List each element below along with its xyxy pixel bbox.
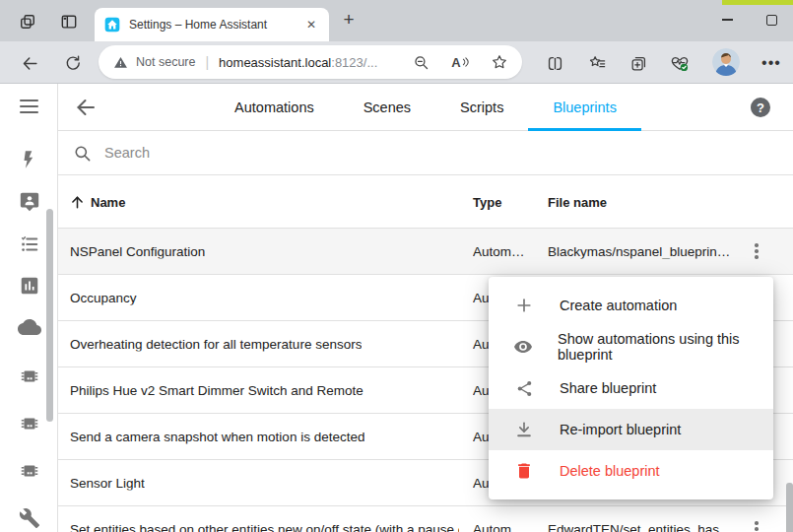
menu-item-create-automation[interactable]: Create automation — [489, 285, 773, 326]
new-tab-button[interactable]: + — [336, 7, 362, 33]
blueprint-name: Send a camera snapshot when motion is de… — [70, 430, 364, 444]
browser-window: Settings – Home Assistant ✕ + Not secure… — [0, 0, 793, 532]
blueprint-type: Autom… — [473, 244, 544, 259]
column-header-file[interactable]: File name — [548, 194, 607, 209]
url-host[interactable]: homeassistant.local — [219, 55, 331, 70]
blueprint-name: Philips Hue v2 Smart Dimmer Switch and R… — [70, 383, 363, 398]
home-assistant-favicon — [104, 17, 120, 33]
plus-icon — [513, 295, 535, 316]
history-chart-icon[interactable] — [17, 273, 42, 299]
sort-ascending-icon[interactable] — [69, 193, 86, 210]
tab-automations[interactable]: Automations — [210, 84, 339, 131]
collections-icon[interactable] — [625, 49, 652, 77]
column-header-type[interactable]: Type — [473, 194, 501, 209]
lightning-icon[interactable] — [17, 147, 42, 172]
chip-icon[interactable] — [17, 458, 42, 484]
browser-tab-active[interactable]: Settings – Home Assistant ✕ — [95, 8, 329, 41]
window-maximize-button[interactable] — [755, 0, 788, 39]
menu-item-show-automations[interactable]: Show automations using this blueprint — [489, 326, 773, 367]
blueprint-name: Overheating detection for all temperatur… — [70, 337, 362, 352]
menu-item-delete-blueprint[interactable]: Delete blueprint — [489, 450, 773, 492]
search-row — [58, 131, 793, 175]
tab-scripts[interactable]: Scripts — [435, 84, 528, 131]
share-icon — [513, 377, 535, 399]
search-input[interactable] — [104, 145, 498, 161]
menu-item-label: Create automation — [560, 298, 677, 313]
blueprints-page: Automations Scenes Scripts Blueprints ? … — [58, 84, 793, 532]
blueprint-name: Occupancy — [70, 291, 137, 305]
table-header: Name Type File name — [58, 175, 793, 229]
tab-blueprints[interactable]: Blueprints — [528, 84, 640, 131]
address-separator: | — [205, 54, 209, 70]
menu-item-reimport-blueprint[interactable]: Re-import blueprint — [489, 409, 773, 450]
vertical-tabs-icon[interactable] — [58, 11, 80, 33]
row-overflow-menu-icon[interactable] — [745, 239, 768, 263]
search-icon — [73, 144, 92, 163]
browser-toolbar: Not secure | homeassistant.local:8123/..… — [0, 41, 793, 84]
browser-back-icon[interactable] — [16, 49, 43, 77]
refresh-icon[interactable] — [59, 49, 87, 77]
ha-header: Automations Scenes Scripts Blueprints ? — [58, 84, 793, 131]
sidebar-scrollbar[interactable] — [46, 209, 53, 422]
chip-icon[interactable] — [17, 411, 42, 436]
blueprint-name: NSPanel Configuration — [70, 244, 205, 259]
browser-essentials-icon[interactable] — [666, 49, 694, 77]
blueprint-name: Sensor Light — [70, 476, 145, 491]
url-suffix[interactable]: :8123/... — [331, 55, 377, 70]
table-row[interactable]: Set entities based on other entities new… — [58, 506, 793, 532]
blueprint-file: Blackymas/nspanel_blueprin… — [548, 244, 743, 259]
table-row[interactable]: NSPanel Configuration Autom… Blackymas/n… — [58, 229, 793, 275]
eye-icon — [513, 336, 533, 358]
help-button[interactable]: ? — [751, 98, 770, 117]
zoom-out-icon[interactable] — [411, 52, 430, 72]
menu-item-label: Share blueprint — [560, 380, 656, 396]
window-minimize-button[interactable] — [710, 0, 744, 39]
not-secure-warning-icon — [113, 55, 128, 70]
page-scrollbar[interactable] — [786, 483, 793, 532]
wrench-icon[interactable] — [17, 505, 42, 531]
address-bar[interactable]: Not secure | homeassistant.local:8123/..… — [99, 45, 522, 79]
trash-icon — [513, 460, 535, 482]
settings-more-icon[interactable]: ••• — [758, 49, 785, 77]
favorites-hub-icon[interactable] — [583, 49, 611, 77]
tab-title: Settings – Home Assistant — [129, 18, 303, 32]
menu-item-share-blueprint[interactable]: Share blueprint — [489, 367, 773, 409]
close-tab-icon[interactable]: ✕ — [303, 18, 319, 32]
blueprint-name: Set entities based on other entities new… — [70, 522, 459, 532]
ha-sidebar — [0, 84, 58, 532]
row-overflow-menu-icon[interactable] — [745, 517, 768, 532]
voice-assistant-icon[interactable] — [17, 189, 42, 215]
home-assistant-app: Automations Scenes Scripts Blueprints ? … — [0, 84, 793, 532]
menu-item-label: Delete blueprint — [560, 463, 660, 479]
cloud-icon[interactable] — [17, 314, 42, 340]
menu-item-label: Show automations using this blueprint — [558, 331, 773, 363]
blueprint-file: EdwardTEN/set_entities_has… — [548, 522, 743, 532]
menu-item-label: Re-import blueprint — [560, 422, 681, 437]
blueprint-context-menu: Create automation Show automations using… — [489, 277, 773, 499]
settings-tab-bar: Automations Scenes Scripts Blueprints — [58, 84, 793, 131]
column-header-name[interactable]: Name — [91, 194, 125, 209]
workspaces-icon[interactable] — [17, 11, 38, 33]
split-screen-icon[interactable] — [541, 49, 568, 77]
download-icon — [513, 419, 535, 440]
chip-icon[interactable] — [17, 364, 42, 389]
browser-tabstrip: Settings – Home Assistant ✕ + — [0, 0, 793, 41]
favorite-star-icon[interactable] — [490, 52, 509, 72]
profile-avatar[interactable] — [712, 48, 740, 76]
tab-scenes[interactable]: Scenes — [339, 84, 435, 131]
read-aloud-icon[interactable]: A — [450, 52, 470, 72]
security-label[interactable]: Not secure — [136, 55, 195, 69]
blueprint-type: Autom… — [473, 522, 544, 532]
todo-list-icon[interactable] — [17, 232, 42, 257]
sidebar-menu-icon[interactable] — [17, 97, 42, 116]
